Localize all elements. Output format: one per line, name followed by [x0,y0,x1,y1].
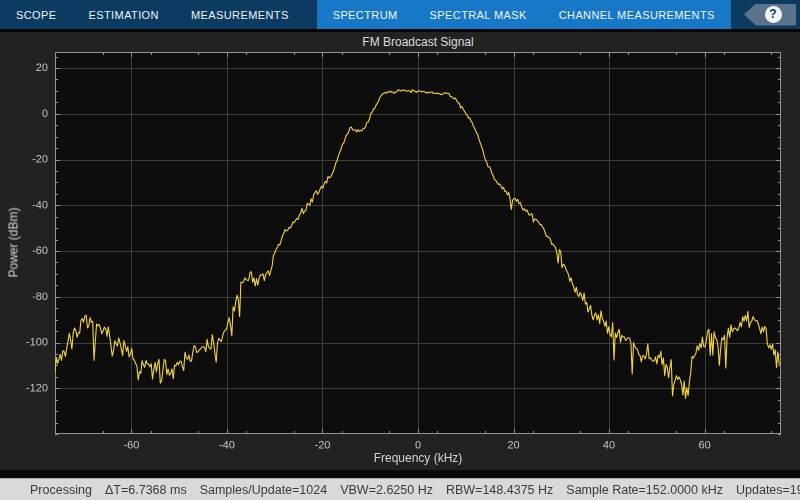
help-area: ? [744,0,796,29]
status-state: Processing [30,483,92,497]
status-vbw: VBW=2.6250 Hz [340,483,433,497]
tab-scope[interactable]: SCOPE [0,0,73,29]
tab-spectrum[interactable]: SPECTRUM [317,0,414,29]
active-tab-group: SPECTRUM SPECTRAL MASK CHANNEL MEASUREME… [317,0,731,29]
scope-figure: FM Broadcast Signal Frequency (kHz) Powe… [0,32,800,470]
y-axis-label: Power (dBm) [7,172,22,314]
collapse-arrow-icon[interactable]: ? [744,4,796,26]
status-bar: Processing ΔT=6.7368 ms Samples/Update=1… [0,478,800,500]
x-axis-label: Frequency (kHz) [55,451,781,465]
toolstrip: SCOPE ESTIMATION MEASUREMENTS SPECTRUM S… [0,0,800,32]
spectrum-plot-canvas[interactable] [0,32,800,470]
status-samples-per-update: Samples/Update=1024 [200,483,328,497]
tab-spectral-mask[interactable]: SPECTRAL MASK [414,0,543,29]
tab-measurements[interactable]: MEASUREMENTS [175,0,305,29]
status-rbw: RBW=148.4375 Hz [446,483,553,497]
status-delta-t: ΔT=6.7368 ms [105,483,187,497]
status-sample-rate: Sample Rate=152.0000 kHz [566,483,723,497]
figure-bottom-strip [0,470,800,478]
status-updates: Updates=195 [736,483,800,497]
tab-estimation[interactable]: ESTIMATION [73,0,175,29]
tab-channel-measurements[interactable]: CHANNEL MEASUREMENTS [543,0,731,29]
help-icon[interactable]: ? [765,6,782,23]
